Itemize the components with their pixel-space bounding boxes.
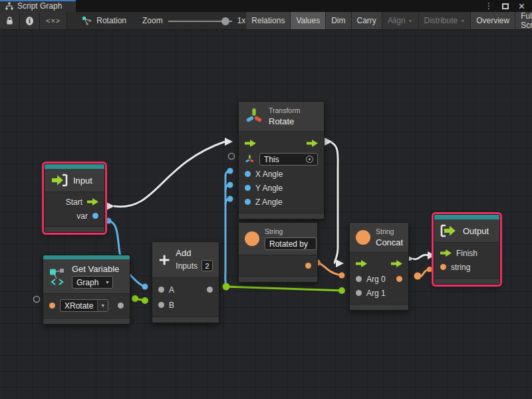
distribute-dropdown[interactable]: Distribute▼	[418, 12, 471, 29]
port-var[interactable]: var	[45, 209, 104, 223]
node-concat[interactable]: String Concat Arg 0 Arg 1	[349, 222, 409, 311]
sum-out-port-icon[interactable]	[207, 287, 213, 293]
object-picker-icon[interactable]	[306, 156, 313, 163]
event-strip	[45, 164, 104, 169]
tab-title: Script Graph	[17, 1, 62, 11]
wire-add-to-angles[interactable]	[225, 168, 233, 286]
zoom-slider[interactable]	[168, 12, 232, 30]
code-preview-button[interactable]: <×>	[40, 12, 67, 29]
lock-icon	[6, 16, 13, 25]
wire-concat-exit-to-output-finish[interactable]	[406, 251, 436, 263]
control-in-arrow-icon[interactable]	[245, 140, 256, 147]
control-in-arrow-icon	[440, 249, 452, 257]
node-input-header: Input	[45, 169, 104, 192]
variable-name-dropdown[interactable]: XRotate ▼	[60, 299, 108, 312]
zoom-control: Zoom 1x	[142, 12, 245, 29]
port-y-angle[interactable]: Y Angle	[239, 181, 324, 195]
port-finish[interactable]: Finish	[434, 246, 499, 260]
graph-toolbar: i <×> Rotation Zoom 1x Relations Values	[0, 12, 532, 30]
node-title: Add	[176, 248, 213, 258]
port-b[interactable]: B	[152, 297, 219, 313]
zoom-value: 1x	[237, 16, 246, 25]
info-button[interactable]: i	[20, 12, 40, 29]
node-string-literal-header: String Rotated by	[239, 223, 317, 255]
node-title: Output	[463, 226, 489, 236]
node-rotate-header: Transform Rotate	[239, 102, 324, 132]
node-string-literal[interactable]: String Rotated by	[238, 222, 318, 283]
zoom-slider-handle[interactable]	[221, 17, 229, 25]
info-icon: i	[26, 17, 33, 25]
port-x-angle[interactable]: X Angle	[239, 167, 324, 181]
variable-scope-dropdown[interactable]: Graph ▼	[72, 276, 113, 289]
value-out-port-icon[interactable]	[118, 303, 124, 309]
port-start[interactable]: Start	[45, 195, 104, 209]
port-z-angle[interactable]: Z Angle	[239, 195, 324, 209]
value-in-port-icon	[356, 290, 362, 296]
fullscreen-button[interactable]: Full Screen	[515, 12, 532, 29]
value-in-port-icon	[245, 199, 251, 205]
node-input[interactable]: Input Start var	[44, 164, 105, 233]
carry-button[interactable]: Carry	[351, 12, 382, 29]
output-icon	[440, 224, 458, 237]
node-footer	[43, 318, 130, 324]
control-in-arrow-icon[interactable]	[356, 260, 367, 267]
graph-canvas[interactable]: Input Start var	[0, 30, 532, 399]
kebab-menu-icon[interactable]: ⋮	[485, 1, 493, 11]
value-in-port-icon	[356, 276, 362, 282]
dim-button[interactable]: Dim	[325, 12, 350, 29]
get-variable-icon	[49, 267, 66, 286]
port-arg0[interactable]: Arg 0	[350, 272, 408, 286]
node-title: Concat	[376, 237, 403, 247]
node-add[interactable]: Add Inputs 2 A B	[152, 241, 219, 323]
input-icon	[51, 174, 68, 187]
unconnected-indicator-this	[229, 154, 235, 160]
node-footer	[45, 226, 104, 232]
unconnected-indicator-getvariable	[34, 297, 40, 303]
variable-name-port-icon[interactable]	[49, 303, 55, 309]
wire-rotate-exit-to-concat-enter[interactable]	[325, 138, 344, 267]
port-string[interactable]: string	[434, 260, 499, 274]
value-in-port-icon	[158, 287, 164, 293]
wire-concat-result-to-output-string[interactable]	[414, 267, 433, 280]
result-out-port-icon[interactable]	[396, 276, 402, 282]
maximize-icon[interactable]	[502, 3, 509, 9]
control-out-arrow-icon[interactable]	[391, 260, 402, 267]
wire-add-to-concat-arg1[interactable]	[223, 283, 346, 295]
wire-start-to-rotate-enter[interactable]	[106, 138, 233, 210]
close-icon[interactable]: ✕	[518, 1, 525, 11]
port-a[interactable]: A	[152, 282, 219, 297]
align-dropdown[interactable]: Align▼	[382, 12, 418, 29]
variable-row: XRotate ▼	[43, 297, 130, 314]
rotation-indicator[interactable]: Rotation	[82, 12, 126, 29]
node-title: Get Variable	[72, 264, 119, 274]
node-get-variable[interactable]: Get Variable Graph ▼ XRotate ▼	[43, 255, 130, 325]
overview-button[interactable]: Overview	[470, 12, 515, 29]
graph-icon	[5, 2, 13, 10]
values-button[interactable]: Values	[290, 12, 325, 29]
value-out-port-icon[interactable]	[305, 263, 311, 269]
node-output[interactable]: Output Finish string	[434, 214, 500, 285]
control-out-arrow-icon[interactable]	[307, 140, 318, 147]
node-category: String	[265, 227, 317, 235]
add-icon	[158, 250, 170, 270]
node-rotate[interactable]: Transform Rotate This	[238, 101, 325, 219]
string-value-field[interactable]: Rotated by	[265, 237, 317, 250]
transform-icon	[245, 107, 263, 126]
window-controls: ⋮ ✕	[485, 0, 532, 12]
wire-getvariable-to-add-b[interactable]	[132, 295, 148, 304]
focused-tab-accent	[0, 0, 76, 1]
chevron-down-icon[interactable]: ▼	[97, 300, 108, 311]
this-object-field[interactable]: This	[259, 153, 318, 166]
inputs-count-field[interactable]: 2	[201, 260, 213, 271]
node-footer	[350, 304, 408, 310]
relations-button[interactable]: Relations	[245, 12, 290, 29]
node-output-header: Output	[434, 219, 499, 243]
node-add-header: Add Inputs 2	[152, 242, 219, 278]
chevron-down-icon: ▼	[105, 277, 112, 288]
lock-button[interactable]	[0, 12, 20, 29]
port-arg1[interactable]: Arg 1	[350, 286, 408, 300]
unity-visual-scripting-window: Script Graph ⋮ ✕ i <×>	[0, 0, 532, 399]
transform-port-icon[interactable]	[245, 154, 255, 164]
tab-script-graph[interactable]: Script Graph	[0, 0, 76, 12]
chevron-down-icon: ▼	[460, 19, 465, 23]
